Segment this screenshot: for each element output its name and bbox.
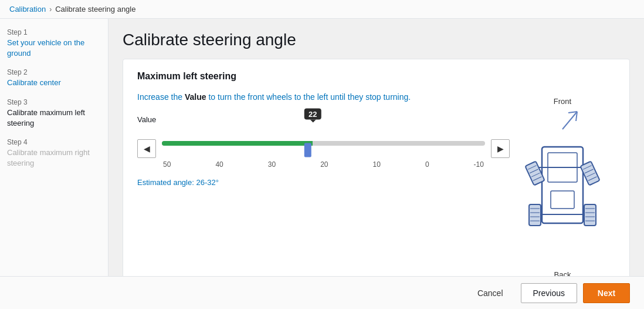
breadcrumb-parent[interactable]: Calibration bbox=[9, 5, 46, 14]
value-label: Value bbox=[137, 115, 510, 124]
instruction-suffix: to turn the front wheels to the left unt… bbox=[206, 92, 411, 102]
main-layout: Step 1 Set your vehicle on the ground St… bbox=[0, 19, 644, 276]
robot-svg bbox=[513, 106, 612, 270]
slider-track[interactable]: 22 bbox=[162, 141, 485, 146]
sidebar-step-3: Step 3 Calibrate maximum left steering bbox=[7, 98, 101, 129]
slider-thumb[interactable] bbox=[304, 143, 311, 157]
svg-line-0 bbox=[562, 112, 577, 129]
sidebar-step-4: Step 4 Calibrate maximum right steering bbox=[7, 138, 101, 169]
slider-thumb-container: 22 bbox=[304, 130, 321, 157]
step-3-label: Calibrate maximum left steering bbox=[7, 108, 101, 129]
svg-rect-21 bbox=[584, 204, 596, 226]
estimated-angle: Estimated angle: 26-32° bbox=[137, 178, 510, 187]
sidebar-step-1: Step 1 Set your vehicle on the ground bbox=[7, 28, 101, 59]
step-1-label[interactable]: Set your vehicle on the ground bbox=[7, 38, 101, 59]
card-title: Maximum left steering bbox=[137, 71, 615, 82]
svg-rect-27 bbox=[551, 191, 574, 209]
inner-content: Increase the Value to turn the front whe… bbox=[137, 91, 615, 276]
slider-label-neg10: -10 bbox=[474, 160, 484, 169]
slider-labels: 50 40 30 20 10 0 -10 bbox=[162, 160, 485, 169]
sidebar-step-2: Step 2 Calibrate center bbox=[7, 68, 101, 88]
footer: Cancel Previous Next bbox=[0, 276, 644, 309]
slider-label-50: 50 bbox=[163, 160, 171, 169]
main-card: Maximum left steering Increase the Value… bbox=[123, 59, 630, 276]
svg-rect-16 bbox=[529, 204, 541, 226]
step-1-number: Step 1 bbox=[7, 28, 101, 36]
breadcrumb-separator: › bbox=[49, 5, 52, 14]
slider-label-30: 30 bbox=[268, 160, 276, 169]
instruction-bold: Value bbox=[185, 92, 206, 102]
slider-value-bubble: 22 bbox=[304, 109, 321, 120]
robot-illustration-area: Front bbox=[510, 91, 615, 276]
left-content: Increase the Value to turn the front whe… bbox=[137, 91, 510, 276]
robot-back-label: Back bbox=[554, 270, 571, 276]
instruction-text: Increase the Value to turn the front whe… bbox=[137, 91, 510, 103]
slider-container: ◀ bbox=[137, 129, 510, 169]
slider-label-20: 20 bbox=[320, 160, 328, 169]
page-title: Calibrate steering angle bbox=[109, 19, 644, 59]
instruction-prefix: Increase the bbox=[137, 92, 185, 102]
slider-track-wrapper: 22 50 40 30 2 bbox=[162, 129, 485, 169]
step-4-label: Calibrate maximum right steering bbox=[7, 147, 101, 169]
step-2-label[interactable]: Calibrate center bbox=[7, 78, 101, 88]
next-button[interactable]: Next bbox=[583, 283, 630, 303]
sidebar: Step 1 Set your vehicle on the ground St… bbox=[0, 19, 109, 276]
robot-front-label: Front bbox=[554, 97, 571, 106]
slider-fill bbox=[162, 141, 313, 146]
slider-decrement-button[interactable]: ◀ bbox=[137, 139, 156, 158]
breadcrumb: Calibration › Calibrate steering angle bbox=[0, 0, 644, 19]
previous-button[interactable]: Previous bbox=[521, 283, 577, 303]
step-2-number: Step 2 bbox=[7, 68, 101, 76]
step-4-number: Step 4 bbox=[7, 138, 101, 146]
slider-label-40: 40 bbox=[215, 160, 223, 169]
slider-label-0: 0 bbox=[425, 160, 429, 169]
breadcrumb-current: Calibrate steering angle bbox=[55, 5, 135, 14]
cancel-button[interactable]: Cancel bbox=[466, 284, 515, 303]
content-area: Calibrate steering angle Maximum left st… bbox=[109, 19, 644, 276]
step-3-number: Step 3 bbox=[7, 98, 101, 106]
slider-increment-button[interactable]: ▶ bbox=[491, 139, 510, 158]
slider-label-10: 10 bbox=[373, 160, 381, 169]
